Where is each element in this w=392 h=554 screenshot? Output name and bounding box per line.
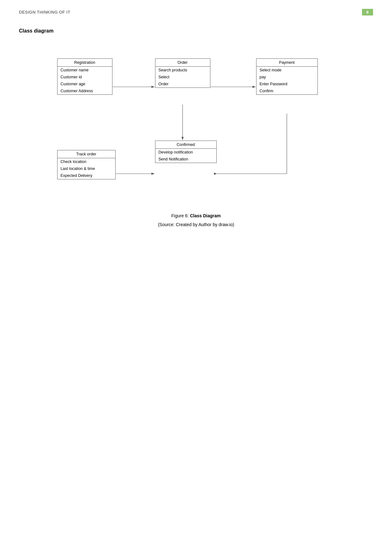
confirmed-row-2: Send Notification bbox=[155, 156, 216, 163]
payment-row-1: Select mode bbox=[256, 67, 317, 74]
order-row-3: Order bbox=[155, 81, 210, 87]
order-header: Order bbox=[155, 59, 210, 67]
payment-row-4: Confirm bbox=[256, 87, 317, 94]
order-box: Order Search products Select Order bbox=[155, 58, 210, 88]
page-header: DESIGN THINKING OF IT 8 bbox=[0, 0, 392, 19]
registration-header: Registration bbox=[57, 59, 112, 67]
figure-caption-bold: Class Diagram bbox=[190, 213, 220, 218]
document-title: DESIGN THINKING OF IT bbox=[19, 10, 70, 15]
order-body: Search products Select Order bbox=[155, 67, 210, 87]
figure-caption-text: Figure 6: bbox=[171, 213, 190, 218]
figure-source: (Source: Created by Author by draw.io) bbox=[19, 222, 373, 227]
payment-header: Payment bbox=[256, 59, 317, 67]
registration-row-3: Customer age bbox=[57, 81, 112, 87]
track-body: Check location Last location & time Expe… bbox=[57, 158, 115, 179]
payment-box: Payment Select mode pay Enter Password C… bbox=[256, 58, 318, 95]
registration-row-4: Customer Address bbox=[57, 87, 112, 94]
order-row-1: Search products bbox=[155, 67, 210, 74]
track-row-1: Check location bbox=[57, 158, 115, 165]
track-order-box: Track order Check location Last location… bbox=[57, 150, 116, 179]
track-header: Track order bbox=[57, 150, 115, 158]
registration-row-2: Customer id bbox=[57, 74, 112, 81]
payment-body: Select mode pay Enter Password Confirm bbox=[256, 67, 317, 94]
arrow-payment-to-confirmed bbox=[217, 114, 287, 174]
figure-caption: Figure 6: Class Diagram bbox=[19, 213, 373, 218]
content-area: Class diagram Registration Customer name… bbox=[0, 19, 392, 246]
confirmed-box: Confirmed Develop notification Send Noti… bbox=[155, 141, 217, 163]
payment-row-2: pay bbox=[256, 74, 317, 81]
confirmed-header: Confirmed bbox=[155, 141, 216, 149]
payment-row-3: Enter Password bbox=[256, 81, 317, 87]
confirmed-row-1: Develop notification bbox=[155, 149, 216, 156]
confirmed-body: Develop notification Send Notification bbox=[155, 149, 216, 163]
class-diagram: Registration Customer name Customer id C… bbox=[51, 43, 341, 207]
registration-box: Registration Customer name Customer id C… bbox=[57, 58, 112, 95]
page-number: 8 bbox=[362, 9, 373, 15]
registration-body: Customer name Customer id Customer age C… bbox=[57, 67, 112, 94]
track-row-2: Last location & time bbox=[57, 165, 115, 172]
track-row-3: Expected Delivery bbox=[57, 172, 115, 179]
order-row-2: Select bbox=[155, 74, 210, 81]
section-heading: Class diagram bbox=[19, 28, 373, 34]
registration-row-1: Customer name bbox=[57, 67, 112, 74]
